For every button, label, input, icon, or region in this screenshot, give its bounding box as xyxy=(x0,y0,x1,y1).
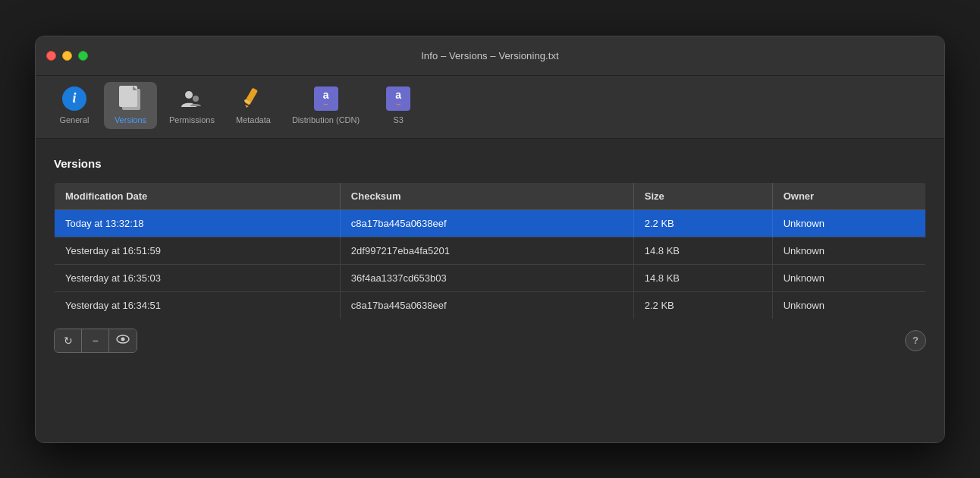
tab-metadata[interactable]: Metadata xyxy=(227,82,280,129)
cell-mod_date: Yesterday at 16:34:51 xyxy=(55,291,341,319)
window: Info – Versions – Versioning.txt i Gener… xyxy=(35,36,945,443)
refresh-button[interactable]: ↻ xyxy=(55,329,82,352)
tab-permissions[interactable]: Permissions xyxy=(160,82,224,129)
svg-rect-2 xyxy=(244,88,258,105)
tab-versions[interactable]: Versions xyxy=(104,82,157,129)
svg-point-0 xyxy=(185,91,193,99)
help-icon: ? xyxy=(912,335,919,346)
col-header-mod-date: Modification Date xyxy=(55,182,341,209)
col-header-checksum: Checksum xyxy=(340,182,633,209)
tab-s3-label: S3 xyxy=(393,115,403,124)
help-button[interactable]: ? xyxy=(905,330,926,351)
tab-distribution[interactable]: a ⌣ Distribution (CDN) xyxy=(283,82,369,129)
cell-owner: Unknown xyxy=(772,291,925,319)
bottom-toolbar: ↻ − ? xyxy=(54,319,926,356)
toolbar: i General Versions xyxy=(36,76,944,139)
tab-general[interactable]: i General xyxy=(48,82,101,129)
tab-s3[interactable]: a ⌣ S3 xyxy=(372,82,425,129)
eye-icon xyxy=(116,334,130,347)
cell-checksum: 36f4aa1337cd653b03 xyxy=(340,264,633,291)
cell-mod_date: Yesterday at 16:51:59 xyxy=(55,237,341,264)
remove-button[interactable]: − xyxy=(82,329,109,352)
table-row[interactable]: Yesterday at 16:34:51c8a17ba445a0638eef2… xyxy=(55,291,926,319)
info-icon: i xyxy=(62,86,86,111)
table-row[interactable]: Today at 13:32:18c8a17ba445a0638eef2.2 K… xyxy=(55,209,926,237)
content-area: Versions Modification Date Checksum Size… xyxy=(36,139,944,442)
tab-general-label: General xyxy=(59,115,89,124)
cell-mod_date: Today at 13:32:18 xyxy=(55,209,341,237)
view-button[interactable] xyxy=(109,329,137,352)
col-header-size: Size xyxy=(633,182,772,209)
refresh-icon: ↻ xyxy=(64,335,73,347)
cell-size: 2.2 KB xyxy=(633,209,772,237)
pencil-icon xyxy=(241,86,265,111)
svg-point-1 xyxy=(193,96,199,102)
title-bar: Info – Versions – Versioning.txt xyxy=(36,36,944,76)
table-row[interactable]: Yesterday at 16:51:592df997217eba4fa5201… xyxy=(55,237,926,264)
traffic-lights xyxy=(46,51,88,61)
versions-table: Modification Date Checksum Size Owner To… xyxy=(54,182,926,319)
s3-icon: a ⌣ xyxy=(386,86,410,111)
section-title: Versions xyxy=(54,157,926,170)
table-header-row: Modification Date Checksum Size Owner xyxy=(55,182,926,209)
distribution-icon: a ⌣ xyxy=(314,86,338,111)
tab-metadata-label: Metadata xyxy=(236,115,271,124)
svg-point-6 xyxy=(121,338,125,341)
minus-icon: − xyxy=(92,335,98,347)
permissions-icon xyxy=(180,86,204,111)
cell-mod_date: Yesterday at 16:35:03 xyxy=(55,264,341,291)
svg-marker-3 xyxy=(245,105,249,108)
minimize-button[interactable] xyxy=(62,51,72,61)
cell-owner: Unknown xyxy=(772,209,925,237)
tab-distribution-label: Distribution (CDN) xyxy=(292,115,360,124)
window-title: Info – Versions – Versioning.txt xyxy=(421,50,559,61)
cell-checksum: 2df997217eba4fa5201 xyxy=(340,237,633,264)
tab-permissions-label: Permissions xyxy=(169,115,215,124)
col-header-owner: Owner xyxy=(772,182,925,209)
cell-checksum: c8a17ba445a0638eef xyxy=(340,291,633,319)
action-buttons: ↻ − xyxy=(54,329,137,353)
tab-versions-label: Versions xyxy=(115,115,146,124)
cell-size: 14.8 KB xyxy=(633,264,772,291)
cell-size: 14.8 KB xyxy=(633,237,772,264)
cell-owner: Unknown xyxy=(772,264,925,291)
cell-size: 2.2 KB xyxy=(633,291,772,319)
close-button[interactable] xyxy=(46,51,56,61)
versions-icon xyxy=(118,86,143,111)
cell-owner: Unknown xyxy=(772,237,925,264)
table-row[interactable]: Yesterday at 16:35:0336f4aa1337cd653b031… xyxy=(55,264,926,291)
maximize-button[interactable] xyxy=(78,51,88,61)
cell-checksum: c8a17ba445a0638eef xyxy=(340,209,633,237)
